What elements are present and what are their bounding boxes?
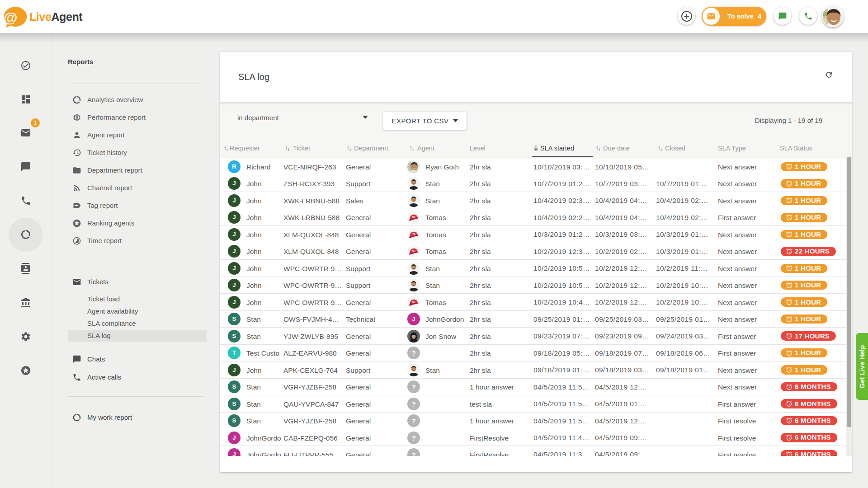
svg-text:?: ?	[411, 417, 415, 425]
svg-text:?: ?	[411, 349, 415, 357]
svg-text:?: ?	[411, 434, 415, 441]
svg-text:@: @	[4, 9, 18, 26]
svg-text:?: ?	[411, 400, 415, 408]
svg-text:?: ?	[411, 450, 415, 456]
svg-text:?: ?	[411, 383, 415, 391]
